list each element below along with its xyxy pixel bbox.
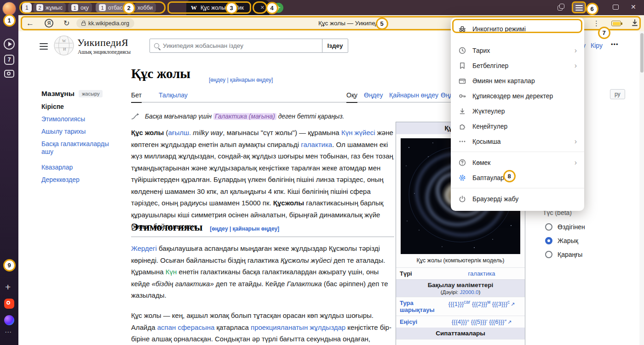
- inline-link[interactable]: {{{1}}}: [448, 300, 464, 307]
- maximize-button[interactable]: [613, 5, 619, 10]
- menu-item-settings[interactable]: Баптаулар: [451, 170, 584, 185]
- search-input[interactable]: [163, 42, 318, 49]
- toc-item-etymology[interactable]: Этимологиясы: [41, 115, 119, 123]
- wikipedia-favicon: W: [191, 4, 197, 11]
- radio-auto-label[interactable]: Өздігінен: [558, 223, 585, 231]
- article-title-edit-links[interactable]: [өңдеу | қайнарын өңдеу]: [209, 77, 273, 83]
- infobox-subheader-text: Бақылау мәліметтері: [398, 282, 523, 288]
- tab-group-study[interactable]: 1 оқу: [68, 3, 92, 12]
- inline-link[interactable]: ↗: [511, 301, 515, 307]
- section-heading: Этимологиясы [өңдеу | қайнарын өңдеу]: [131, 221, 394, 237]
- downloads-icon[interactable]: [631, 19, 638, 28]
- side-panel-icon[interactable]: [558, 4, 565, 11]
- inline-link[interactable]: с: [507, 300, 510, 305]
- radio-light-label[interactable]: Жарық: [558, 237, 578, 244]
- menu-item-close-browser[interactable]: Браузерді жабу: [451, 191, 584, 206]
- menu-item-downloads[interactable]: Жүктеулер: [451, 103, 584, 119]
- battery-saver-icon[interactable]: [611, 21, 621, 26]
- inline-link[interactable]: Галактика (мағына): [213, 113, 276, 120]
- inline-link[interactable]: J2000.0: [460, 289, 478, 295]
- inline-link[interactable]: аспан сферасына: [157, 323, 215, 331]
- wiki-logo-title[interactable]: УикипедиЯ: [77, 37, 128, 49]
- toc-item-sources[interactable]: Дереккөздер: [41, 176, 119, 184]
- menu-item-wallet[interactable]: Әмиян мен карталар: [451, 73, 584, 88]
- menu-item-history[interactable]: Тарих ›: [451, 43, 584, 58]
- infobox-value-link[interactable]: галактика: [442, 270, 521, 277]
- radio-light[interactable]: [545, 237, 552, 244]
- screenshot-icon[interactable]: [4, 70, 14, 78]
- sidebar-more-icon[interactable]: ⋯: [5, 328, 12, 336]
- tab-edit-source[interactable]: Қайнарын өңдеу: [389, 91, 438, 102]
- wikipedia-globe-logo[interactable]: W И: [53, 35, 75, 58]
- paragraph: Құс жолы (ағылш. milky way, мағынасы "сү…: [131, 127, 394, 232]
- menu-item-bookmarks[interactable]: Бетбелгілер ›: [451, 58, 584, 73]
- url-field[interactable]: kk.wikipedia.org: [76, 18, 134, 28]
- inline-link[interactable]: Күн жүйесі: [341, 129, 375, 136]
- login-link[interactable]: Кіру: [591, 42, 603, 49]
- inline-link[interactable]: {{{3}}}: [490, 300, 507, 307]
- radio-dark[interactable]: [545, 251, 552, 258]
- menu-item-incognito[interactable]: Инкогнито режимі: [451, 21, 584, 36]
- reload-button[interactable]: ↻: [63, 15, 69, 31]
- inline-link[interactable]: проекцияланатын жұлдыздар: [251, 323, 345, 331]
- tab-read[interactable]: Оқу: [346, 91, 357, 103]
- profile-avatar[interactable]: [3, 2, 16, 15]
- infobox-label-link[interactable]: Тура шарықтауы: [400, 300, 442, 313]
- menu-item-passwords[interactable]: Құпиясөздер мен деректер: [451, 88, 584, 103]
- scrollbar-thumb[interactable]: [640, 33, 644, 73]
- tab-close-icon[interactable]: ✕: [260, 5, 264, 11]
- inline-link[interactable]: сағ: [464, 300, 470, 305]
- inline-link[interactable]: ағылш.: [168, 129, 191, 136]
- tab-counter-badge[interactable]: 7: [4, 55, 14, 65]
- tab-edit[interactable]: Өңдеу: [364, 91, 383, 102]
- toc-item-quasars[interactable]: Квазарлар: [41, 164, 119, 171]
- new-tab-button[interactable]: +: [273, 3, 283, 13]
- active-tab[interactable]: W Құс жолы — Уик ✕: [186, 0, 269, 15]
- appearance-hide-button[interactable]: ру: [610, 89, 625, 99]
- address-bar-more-icon[interactable]: ⋮: [593, 15, 600, 31]
- alice-icon[interactable]: [4, 315, 14, 325]
- wiki-menu-icon[interactable]: [40, 43, 48, 50]
- inline-link[interactable]: Жердегі: [131, 244, 157, 252]
- play-icon[interactable]: [4, 39, 15, 50]
- wallet-icon: [458, 77, 466, 85]
- tab-group-label: оқу: [80, 5, 89, 11]
- chevron-right-icon: ›: [575, 46, 577, 55]
- inline-link[interactable]: {{{4}}}° {{{5}}}′ {{{6}}}″: [452, 318, 506, 325]
- browser-menu-button[interactable]: [573, 2, 585, 13]
- radio-dark-label[interactable]: Қараңғы: [558, 251, 582, 258]
- window-close-button[interactable]: ✕: [631, 3, 636, 11]
- menu-item-more[interactable]: Қосымша ›: [451, 134, 584, 149]
- yandex-music-icon[interactable]: [4, 299, 14, 309]
- paragraph: Құс жолы — кең, ақшыл жолақ болып тұтасқ…: [131, 310, 394, 345]
- tab-group-work[interactable]: 2 жұмыс: [33, 3, 66, 12]
- search-button[interactable]: Іздеу: [322, 39, 348, 53]
- back-button[interactable]: ←: [26, 15, 34, 31]
- yandex-logo-icon[interactable]: Я: [45, 19, 53, 28]
- inline-link[interactable]: ↗: [507, 319, 512, 325]
- inline-link[interactable]: галактика: [301, 141, 332, 148]
- header-more-icon[interactable]: •••: [611, 41, 619, 48]
- infobox-label-link[interactable]: Еңісуі: [400, 318, 442, 325]
- sidebar-add-icon[interactable]: +: [5, 282, 11, 292]
- menu-item-label: Жүктеулер: [472, 107, 505, 115]
- browser-sidebar: 7 + ⋯: [0, 0, 18, 345]
- inline-link[interactable]: {{{2}}}: [470, 300, 487, 307]
- menu-item-help[interactable]: Көмек ›: [451, 155, 584, 170]
- radio-auto[interactable]: [545, 223, 552, 231]
- tab-group-1[interactable]: 1: [22, 3, 32, 12]
- bookmark-icon: [458, 62, 466, 70]
- toc-item-intro[interactable]: Кіріспе: [41, 103, 119, 111]
- toc-hide-button[interactable]: жасыру: [79, 90, 103, 97]
- inline-link[interactable]: Күн: [166, 268, 177, 276]
- toc-item-discovery[interactable]: Ашылу тарихы: [41, 128, 119, 136]
- tab-page[interactable]: Бет: [131, 91, 142, 103]
- wiki-search: Іздеу: [150, 39, 348, 53]
- tab-group-hobby[interactable]: хобби: [134, 3, 156, 12]
- tab-group-family[interactable]: 1 отбасы: [96, 3, 130, 12]
- toc-item-other-galaxies[interactable]: Басқа галактикаларды ашу: [41, 140, 119, 156]
- tab-talk[interactable]: Талқылау: [159, 91, 188, 102]
- puzzle-icon: [458, 122, 466, 130]
- section-edit-links[interactable]: [өңдеу | қайнарын өңдеу]: [210, 226, 279, 232]
- menu-item-extensions[interactable]: Кеңейтулер: [451, 119, 584, 134]
